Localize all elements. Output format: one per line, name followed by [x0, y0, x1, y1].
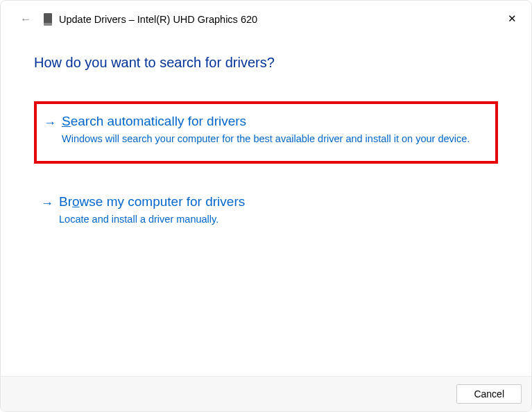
titlebar: ← Update Drivers – Intel(R) UHD Graphics…	[1, 1, 531, 33]
close-icon[interactable]: ✕	[504, 10, 520, 27]
page-heading: How do you want to search for drivers?	[34, 55, 498, 71]
arrow-right-icon: →	[44, 114, 56, 146]
window-title: Update Drivers – Intel(R) UHD Graphics 6…	[59, 14, 257, 25]
back-arrow-icon[interactable]: ←	[20, 13, 31, 26]
content-area: How do you want to search for drivers? →…	[1, 33, 531, 242]
device-icon	[44, 13, 52, 26]
option-description: Windows will search your computer for th…	[62, 132, 484, 146]
option-body: Search automatically for drivers Windows…	[62, 114, 484, 146]
option-description: Locate and install a driver manually.	[59, 212, 487, 226]
option-title: Search automatically for drivers	[62, 114, 484, 129]
option-search-automatically[interactable]: → Search automatically for drivers Windo…	[34, 101, 498, 164]
option-title: Browse my computer for drivers	[59, 194, 487, 209]
cancel-button[interactable]: Cancel	[456, 384, 522, 404]
option-browse-computer[interactable]: → Browse my computer for drivers Locate …	[34, 184, 498, 241]
arrow-right-icon: →	[41, 194, 53, 226]
option-body: Browse my computer for drivers Locate an…	[59, 194, 487, 226]
footer-bar: Cancel	[1, 376, 531, 411]
